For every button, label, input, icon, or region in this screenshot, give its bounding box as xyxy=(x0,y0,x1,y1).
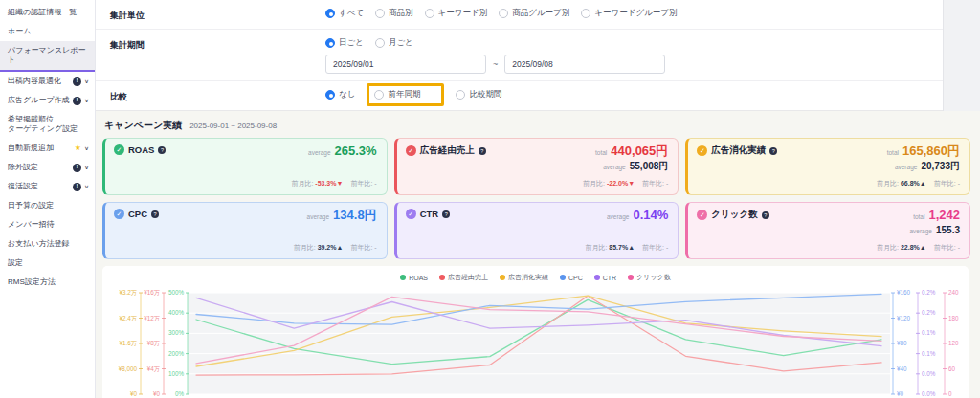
sidebar: 組織の認証情報一覧ホームパフォーマンスレポート出稿内容最適化!∨広告グループ作成… xyxy=(0,0,96,398)
radio-label: 日ごと xyxy=(339,37,364,49)
legend-item-広告経由売上[interactable]: 広告経由売上 xyxy=(439,273,488,282)
check-circle-icon: ✓ xyxy=(406,209,416,219)
stat-label: average xyxy=(895,164,918,171)
check-circle-icon: ✓ xyxy=(697,145,707,156)
radio-icon[interactable] xyxy=(325,9,335,18)
sidebar-item-3[interactable]: 出稿内容最適化!∨ xyxy=(0,72,95,91)
period-radio-group: 日ごと月ごと xyxy=(325,37,665,49)
unit-option-2[interactable]: キーワード別 xyxy=(425,8,488,19)
sidebar-item-0[interactable]: 組織の認証情報一覧 xyxy=(0,3,95,22)
period-option-1[interactable]: 月ごと xyxy=(375,37,413,49)
yoy-compare[interactable]: 前年比: - xyxy=(350,179,376,188)
sidebar-item-12[interactable]: 設定 xyxy=(0,254,95,273)
kpi-card-CPC: ✓CPC?average134.8円前月比: 39.2%▲前年比: - xyxy=(102,202,388,259)
stat-label: average xyxy=(603,164,626,171)
date-range-row: 2025/09/01 ~ 2025/09/08 xyxy=(325,55,665,74)
axis-tick-label: 60 xyxy=(948,365,956,372)
legend-label: クリック数 xyxy=(636,273,671,282)
radio-icon[interactable] xyxy=(581,9,590,18)
axis-tick-label: ¥12万 xyxy=(144,315,160,321)
chevron-down-icon[interactable]: ∨ xyxy=(84,145,89,152)
filter-compare-label: 比較 xyxy=(110,89,325,103)
sidebar-item-label: メンバー招待 xyxy=(8,220,89,230)
radio-icon[interactable] xyxy=(374,90,384,100)
yoy-compare[interactable]: 前年比: - xyxy=(350,243,376,253)
help-icon[interactable]: ? xyxy=(769,147,777,155)
campaign-section: キャンペーン実績 2025-09-01 ~ 2025-09-08 ✓ROAS?a… xyxy=(96,111,980,259)
date-from-input[interactable]: 2025/09/01 xyxy=(325,55,486,74)
radio-icon[interactable] xyxy=(325,90,335,100)
sidebar-item-5[interactable]: 希望掲載順位 ターゲティング設定 xyxy=(0,110,95,139)
yoy-compare[interactable]: 前年比: - xyxy=(934,243,960,253)
yoy-compare[interactable]: 前年比: - xyxy=(642,179,668,188)
performance-line-chart[interactable]: ¥3.2万¥2.4万¥1.6万¥8,000¥0¥16万¥12万¥8万¥4万¥05… xyxy=(102,285,969,398)
sidebar-item-label: 希望掲載順位 ターゲティング設定 xyxy=(8,115,89,134)
chevron-down-icon[interactable]: ∨ xyxy=(84,165,89,171)
stat-label: average xyxy=(308,149,331,157)
unit-option-4[interactable]: キーワードグループ別 xyxy=(581,8,677,19)
sidebar-item-13[interactable]: RMS設定方法 xyxy=(0,273,95,292)
chevron-down-icon[interactable]: ∨ xyxy=(84,184,89,190)
sidebar-item-4[interactable]: 広告グループ作成!∨ xyxy=(0,91,95,110)
sidebar-item-1[interactable]: ホーム xyxy=(0,22,95,41)
legend-item-ROAS[interactable]: ROAS xyxy=(400,273,428,282)
legend-item-CTR[interactable]: CTR xyxy=(594,273,616,282)
sidebar-item-10[interactable]: メンバー招待 xyxy=(0,215,95,234)
radio-icon[interactable] xyxy=(425,9,434,18)
sidebar-item-2[interactable]: パフォーマンスレポート xyxy=(0,41,95,72)
radio-icon[interactable] xyxy=(325,38,335,48)
axis-tick-label: ¥160 xyxy=(897,289,911,296)
radio-icon[interactable] xyxy=(456,90,465,100)
alert-badge-icon: ! xyxy=(73,183,81,191)
sidebar-item-label: 除外設定 xyxy=(8,163,70,172)
compare-option-2[interactable]: 比較期間 xyxy=(456,89,501,100)
unit-option-0[interactable]: すべて xyxy=(325,8,364,19)
yoy-compare[interactable]: 前年比: - xyxy=(642,243,668,253)
alert-badge-icon: ! xyxy=(73,97,81,105)
kpi-title: CPC xyxy=(128,209,147,219)
legend-item-広告消化実績[interactable]: 広告消化実績 xyxy=(500,273,548,282)
radio-icon[interactable] xyxy=(499,9,508,18)
axis-tick-label: 0 xyxy=(948,390,952,397)
kpi-card-CTR: ✓CTR?average0.14%前月比: 85.7%▲前年比: - xyxy=(394,202,679,259)
help-icon[interactable]: ? xyxy=(158,146,166,154)
unit-option-1[interactable]: 商品別 xyxy=(375,8,413,19)
help-icon[interactable]: ? xyxy=(151,210,159,218)
help-icon[interactable]: ? xyxy=(762,211,769,219)
legend-item-クリック数[interactable]: クリック数 xyxy=(628,273,671,282)
help-icon[interactable]: ? xyxy=(479,147,486,155)
period-option-0[interactable]: 日ごと xyxy=(325,37,364,49)
sidebar-item-7[interactable]: 除外設定!∨ xyxy=(0,158,95,177)
stat-value: 440,065円 xyxy=(611,144,668,160)
radio-label: なし xyxy=(339,89,355,100)
kpi-card-ROAS: ✓ROAS?average265.3%前月比: -53.3%▼前年比: - xyxy=(102,138,388,195)
sidebar-item-8[interactable]: 復活設定!∨ xyxy=(0,177,95,196)
compare-radio-group: なし前年同期比較期間 xyxy=(325,89,501,100)
kpi-compare-footer: 前月比: -22.0%▼前年比: - xyxy=(583,179,668,188)
sidebar-item-9[interactable]: 日予算の設定 xyxy=(0,196,95,215)
axis-tick-label: 0.0% xyxy=(922,390,936,397)
chevron-down-icon[interactable]: ∨ xyxy=(84,78,89,85)
legend-item-CPC[interactable]: CPC xyxy=(560,273,583,282)
legend-dot-icon xyxy=(628,275,634,280)
radio-icon[interactable] xyxy=(375,38,385,48)
kpi-card-広告消化実績: ✓広告消化実績?total165,860円average20,733円前月比: … xyxy=(685,138,970,195)
kpi-compare-footer: 前月比: 66.8%▲前年比: - xyxy=(877,179,960,188)
kpi-stats: average265.3% xyxy=(308,144,377,160)
axis-tick-label: ¥1.6万 xyxy=(119,340,137,346)
sidebar-item-11[interactable]: お支払い方法登録 xyxy=(0,234,95,254)
yoy-compare[interactable]: 前年比: - xyxy=(934,179,960,188)
unit-option-3[interactable]: 商品グループ別 xyxy=(499,8,569,19)
radio-icon[interactable] xyxy=(375,9,385,18)
compare-option-0[interactable]: なし xyxy=(325,89,355,100)
compare-option-1[interactable]: 前年同期 xyxy=(374,89,420,100)
date-to-input[interactable]: 2025/09/08 xyxy=(504,55,665,74)
stat-line: average20,733円 xyxy=(895,160,960,172)
kpi-title: 広告消化実績 xyxy=(711,144,766,157)
chevron-down-icon[interactable]: ∨ xyxy=(84,98,89,104)
legend-label: CTR xyxy=(603,275,616,281)
sidebar-item-label: 出稿内容最適化 xyxy=(8,77,70,86)
stat-line: average134.8円 xyxy=(307,208,377,224)
help-icon[interactable]: ? xyxy=(442,210,450,218)
sidebar-item-6[interactable]: 自動新規追加★∨ xyxy=(0,139,95,158)
